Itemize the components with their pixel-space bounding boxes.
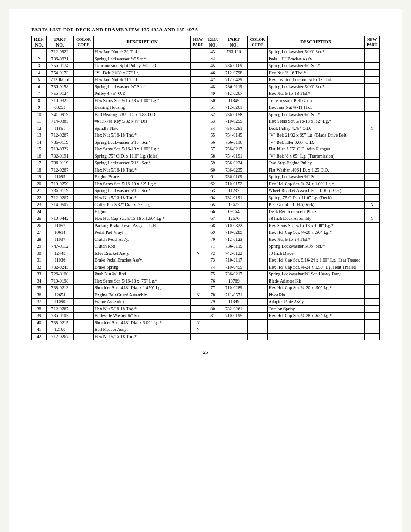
cell-desc-right: Flat Washer .406 I.D. x 1.25 O.D. xyxy=(267,167,364,174)
cell-color-left xyxy=(73,326,94,334)
cell-new-left xyxy=(191,90,206,98)
cell-part-left: 726-0100 xyxy=(46,271,73,278)
cell-color-left xyxy=(73,125,94,132)
cell-desc-right: Spring Lockwasher 5/16" Scr.* xyxy=(267,49,364,56)
cell-color-right xyxy=(248,222,268,229)
cell-new-left xyxy=(191,132,206,139)
cell-part-left: 736-0119 xyxy=(46,160,73,167)
cell-color-right xyxy=(248,194,268,202)
cell-part-right: 09164 xyxy=(220,208,248,215)
cell-ref-right: 61 xyxy=(206,174,220,181)
table-row: 17736-0119Spring Lockwasher 5/16" Scr.*5… xyxy=(32,160,380,167)
cell-ref-left: 20 xyxy=(32,180,47,188)
cell-part-right xyxy=(220,319,248,326)
cell-ref-right xyxy=(206,319,220,326)
cell-new-left xyxy=(191,236,206,243)
cell-new-right xyxy=(364,257,380,264)
cell-ref-right: 59 xyxy=(206,160,220,167)
cell-new-right xyxy=(364,299,380,306)
cell-part-right: 710-0259 xyxy=(220,118,248,125)
cell-ref-right: 43 xyxy=(206,49,220,56)
cell-part-right xyxy=(220,326,248,334)
cell-color-right xyxy=(248,49,268,56)
cell-desc-right: Blade Adapter Kit xyxy=(267,278,364,285)
header-part-left: PARTNO. xyxy=(46,36,73,49)
cell-part-right: 756-0116 xyxy=(220,139,248,146)
cell-ref-left: 6 xyxy=(32,83,47,90)
table-row: 10741-0919Ball Bearing .787 I.D. x 1.85 … xyxy=(32,111,380,118)
cell-desc-left: Engine Brace xyxy=(94,174,191,181)
table-row: 35738-0213Shoulder Scr. .498" Dia. x 1.4… xyxy=(32,285,380,292)
cell-color-left xyxy=(73,153,94,160)
page-title: PARTS LIST FOR DECK AND FRAME VIEW 135-4… xyxy=(31,27,380,32)
cell-new-left xyxy=(191,180,206,188)
cell-new-left xyxy=(191,194,206,202)
cell-desc-left: Brake Pedal Bracket Ass'y. xyxy=(94,257,191,264)
cell-part-right: 736-119 xyxy=(220,49,248,56)
table-row: 38712-0267Hex Nut 5/16-18 Thd.*80732-026… xyxy=(32,305,380,313)
cell-desc-right: "V" Belt Idler 3.06" O.D. xyxy=(267,139,364,146)
cell-color-left xyxy=(73,292,94,299)
cell-desc-right: Wheel Bracket Assembly— L.H. (Deck) xyxy=(267,188,364,195)
cell-new-left: N xyxy=(191,319,206,326)
cell-desc-left: Hex Nut 5/16-18 Thd.* xyxy=(94,333,191,340)
cell-part-left: 712-0λ6ol xyxy=(46,77,73,84)
cell-desc-right: Deck Reinforcement Plate xyxy=(267,208,364,215)
cell-desc-left: Spring Lockwasher 5/16" Scr.* xyxy=(94,139,191,146)
table-row: 32732-0245Brake Spring74710-0459Hex Hd. … xyxy=(32,264,380,271)
cell-color-right xyxy=(248,111,268,118)
cell-ref-left: 4 xyxy=(32,69,47,77)
cell-new-right xyxy=(364,63,380,70)
cell-ref-right: 55 xyxy=(206,132,220,139)
cell-desc-right: Torsion Spring xyxy=(267,305,364,313)
cell-part-right: 736-0119 xyxy=(220,83,248,90)
cell-ref-left: 40 xyxy=(32,319,47,326)
table-row: 42712-0267Hex Nut 5/16-18 Thd.* xyxy=(32,333,380,340)
cell-part-right: 710-0195 xyxy=(220,313,248,320)
cell-new-right xyxy=(364,160,380,167)
cell-desc-left: Hex Jam Nut ½-20 Thd.* xyxy=(94,49,191,56)
header-ref-right: REF.NO. xyxy=(206,36,220,49)
header-new-right: NEWPART xyxy=(364,36,380,49)
cell-desc-left: Clutch Rod xyxy=(94,243,191,250)
cell-part-right: 710-0152 xyxy=(220,180,248,188)
cell-color-left xyxy=(73,208,94,215)
cell-desc-right: Hex Sems Scr. 5/16-18 x .62" Lg.* xyxy=(267,118,364,125)
cell-part-right: 710-0322 xyxy=(220,222,248,229)
cell-part-right: 10769 xyxy=(220,278,248,285)
table-row: 16732-0191Spring .75" O.D. x 11.0" Lg. (… xyxy=(32,153,380,160)
cell-part-left: 754-0173 xyxy=(46,69,73,77)
cell-new-right xyxy=(364,83,380,90)
cell-part-right xyxy=(220,56,248,63)
table-row: 21736-0119Spring Lockwasher 5/16" Scr.*6… xyxy=(32,188,380,195)
cell-part-left: 12448 xyxy=(46,250,73,257)
cell-part-right: 712-0267 xyxy=(220,90,248,98)
cell-part-left: 12654 xyxy=(46,292,73,299)
cell-part-right: 11845 xyxy=(220,97,248,104)
cell-desc-right: Hex Hd. Cap Scr. ¼-28 x .62" Lg.* xyxy=(267,313,364,320)
cell-part-left: 714-0365 xyxy=(46,118,73,125)
cell-desc-right: Spring Lockwasher ⅝" Scr.* xyxy=(267,111,364,118)
cell-ref-left: 11 xyxy=(32,118,47,125)
cell-part-left: 714-0507 xyxy=(46,202,73,209)
cell-color-left xyxy=(73,111,94,118)
cell-part-left: 11057 xyxy=(46,222,73,229)
cell-part-left: 712-0267 xyxy=(46,194,73,202)
cell-part-right: 712-0123 xyxy=(220,236,248,243)
cell-color-right xyxy=(248,208,268,215)
cell-desc-right: Flat Idler 2.75" O.D. with Flanges xyxy=(267,146,364,153)
cell-part-right: 736-0158 xyxy=(220,111,248,118)
cell-part-right: 736-0235 xyxy=(220,167,248,174)
cell-desc-right: Spring Lockwasher 5/16" Scr.* xyxy=(267,83,364,90)
cell-color-left xyxy=(73,257,94,264)
cell-ref-left: 38 xyxy=(32,305,47,313)
cell-new-left xyxy=(191,271,206,278)
cell-desc-left: Idler Bracket Ass'y. xyxy=(94,250,191,257)
cell-color-right xyxy=(248,83,268,90)
cell-new-right xyxy=(364,104,380,112)
cell-ref-left: 26 xyxy=(32,222,47,229)
cell-color-right xyxy=(248,69,268,77)
cell-ref-left: 42 xyxy=(32,333,47,340)
cell-desc-left: Shoulder Scr. .498" Dia. x 1.450" Lg. xyxy=(94,285,191,292)
cell-desc-left: Cotter Pin 3/32" Dia. x .75" Lg. xyxy=(94,202,191,209)
